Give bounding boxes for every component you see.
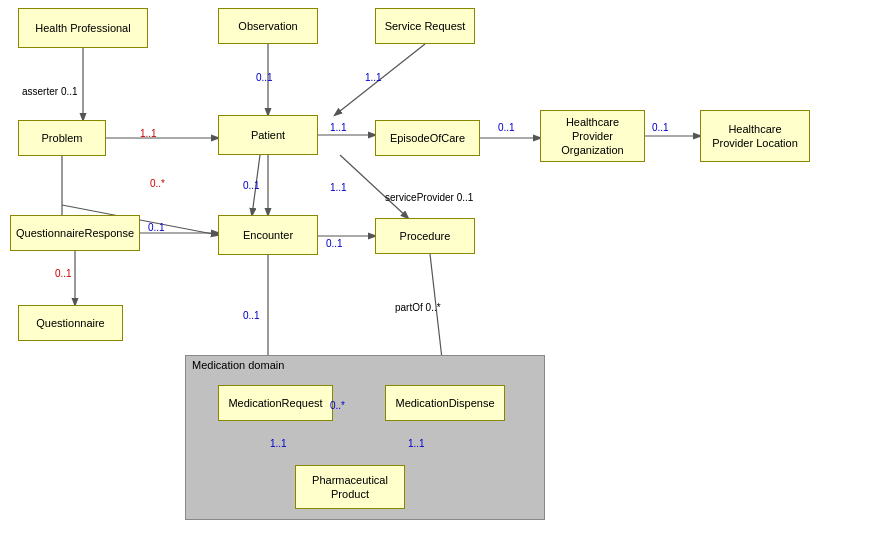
problem-box: Problem (18, 120, 106, 156)
label-sr-patient: 1..1 (365, 72, 382, 83)
label-encounter-medreq: 0..1 (243, 310, 260, 321)
label-encounter-procedure: 0..1 (326, 238, 343, 249)
procedure-box: Procedure (375, 218, 475, 254)
label-medreq-meddisp: 0..* (330, 400, 345, 411)
label-patient-encounter-v: 0..1 (243, 180, 260, 191)
label-meddisp-pharma: 1..1 (408, 438, 425, 449)
label-partof: partOf 0..* (395, 302, 441, 313)
service-request-box: Service Request (375, 8, 475, 44)
diagram-container: Medication domain Health Professional Ob… (0, 0, 873, 538)
label-medreq-pharma: 1..1 (270, 438, 287, 449)
health-professional-box: Health Professional (18, 8, 148, 48)
label-patient-procedure: 1..1 (330, 182, 347, 193)
questionnaire-box: Questionnaire (18, 305, 123, 341)
patient-box: Patient (218, 115, 318, 155)
medication-domain-label: Medication domain (192, 359, 284, 371)
medication-request-box: MedicationRequest (218, 385, 333, 421)
hpo-box: Healthcare Provider Organization (540, 110, 645, 162)
observation-box: Observation (218, 8, 318, 44)
label-prob-patient: 1..1 (140, 128, 157, 139)
label-eoc-hpo: 0..1 (498, 122, 515, 133)
label-qr-encounter: 0..1 (148, 222, 165, 233)
svg-line-12 (340, 155, 408, 218)
label-qr-questionnaire: 0..1 (55, 268, 72, 279)
label-patient-eoc: 1..1 (330, 122, 347, 133)
label-asserter: asserter 0..1 (22, 86, 78, 97)
hpl-box: Healthcare Provider Location (700, 110, 810, 162)
pharmaceutical-product-box: Pharmaceutical Product (295, 465, 405, 509)
questionnaire-response-box: QuestionnaireResponse (10, 215, 140, 251)
label-service-provider: serviceProvider 0..1 (385, 192, 473, 203)
label-hpo-hpl: 0..1 (652, 122, 669, 133)
label-obs-patient: 0..1 (256, 72, 273, 83)
episode-of-care-box: EpisodeOfCare (375, 120, 480, 156)
medication-dispense-box: MedicationDispense (385, 385, 505, 421)
encounter-box: Encounter (218, 215, 318, 255)
label-prob-encounter: 0..* (150, 178, 165, 189)
